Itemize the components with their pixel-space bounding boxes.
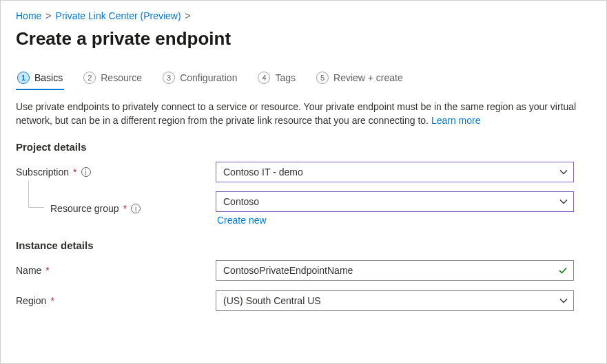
tab-step-number: 2 <box>83 72 96 84</box>
tab-label: Configuration <box>180 72 237 83</box>
tab-description: Use private endpoints to privately conne… <box>16 100 591 127</box>
section-project-details: Project details <box>16 141 591 153</box>
subscription-select[interactable]: Contoso IT - demo <box>216 162 574 182</box>
tab-label: Resource <box>101 72 142 83</box>
region-value: (US) South Central US <box>223 295 321 306</box>
breadcrumb: Home > Private Link Center (Preview) > <box>16 10 591 21</box>
region-label: Region <box>16 295 46 306</box>
name-input[interactable] <box>223 265 553 276</box>
info-icon[interactable]: i <box>81 167 91 177</box>
tab-label: Basics <box>34 72 63 83</box>
description-text: Use private endpoints to privately conne… <box>16 101 576 126</box>
required-indicator: * <box>123 203 127 214</box>
name-label: Name <box>16 265 41 276</box>
tab-label: Review + create <box>333 72 403 83</box>
tab-step-number: 3 <box>163 72 175 84</box>
section-instance-details: Instance details <box>16 239 591 251</box>
tab-basics[interactable]: 1 Basics <box>16 69 64 89</box>
name-input-wrapper <box>216 260 574 281</box>
tab-step-number: 4 <box>258 72 270 84</box>
required-indicator: * <box>50 295 54 306</box>
tab-label: Tags <box>275 72 296 83</box>
info-icon[interactable]: i <box>131 204 141 213</box>
region-select[interactable]: (US) South Central US <box>216 290 574 311</box>
breadcrumb-private-link-center[interactable]: Private Link Center (Preview) <box>56 10 181 21</box>
row-resource-group: Resource group * i Contoso Create new <box>16 191 591 226</box>
breadcrumb-separator: > <box>45 10 51 21</box>
row-region: Region * (US) South Central US <box>16 290 591 312</box>
resource-group-select[interactable]: Contoso <box>216 191 574 212</box>
page-title: Create a private endpoint <box>16 28 591 50</box>
tab-step-number: 5 <box>316 72 329 84</box>
check-icon <box>558 266 568 275</box>
chevron-down-icon <box>559 197 568 206</box>
learn-more-link[interactable]: Learn more <box>431 115 481 126</box>
required-indicator: * <box>73 167 76 178</box>
chevron-down-icon <box>559 168 568 176</box>
row-subscription: Subscription * i Contoso IT - demo <box>16 161 591 183</box>
subscription-label: Subscription <box>16 167 69 178</box>
breadcrumb-separator: > <box>185 10 191 21</box>
breadcrumb-home[interactable]: Home <box>16 10 41 21</box>
wizard-tabs: 1 Basics 2 Resource 3 Configuration 4 Ta… <box>16 69 591 90</box>
chevron-down-icon <box>559 297 568 305</box>
tab-resource[interactable]: 2 Resource <box>82 69 143 89</box>
create-new-resource-group-link[interactable]: Create new <box>216 215 574 226</box>
resource-group-label: Resource group <box>50 203 119 214</box>
tab-tags[interactable]: 4 Tags <box>256 69 297 89</box>
required-indicator: * <box>45 265 49 276</box>
row-name: Name * <box>16 259 591 281</box>
tab-configuration[interactable]: 3 Configuration <box>161 69 238 89</box>
tab-step-number: 1 <box>17 72 30 84</box>
subscription-value: Contoso IT - demo <box>223 167 303 178</box>
resource-group-value: Contoso <box>223 196 259 207</box>
tab-review-create[interactable]: 5 Review + create <box>315 69 404 89</box>
